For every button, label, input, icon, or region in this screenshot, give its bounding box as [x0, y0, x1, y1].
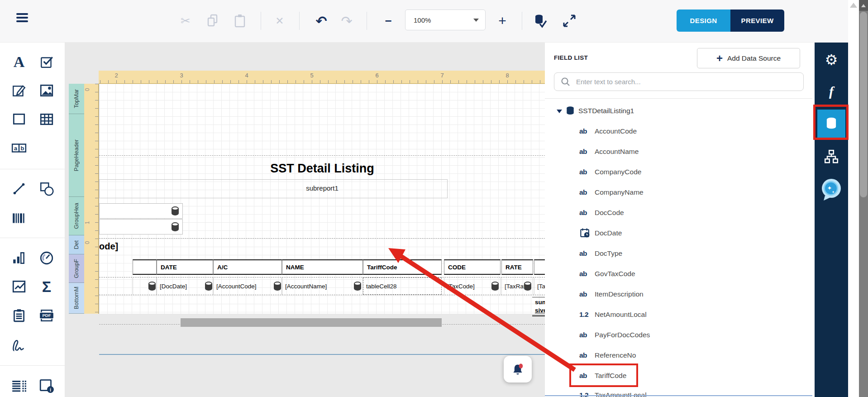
band-separator [99, 155, 545, 156]
field-item[interactable]: abReferenceNo [545, 349, 812, 362]
chevron-down-icon [473, 19, 479, 22]
top-toolbar: ✂ ✕ ↶ ↷ − 100% + DESIGN PREVIEW [0, 0, 868, 43]
field-search-box [554, 72, 804, 91]
data-binding-icon [274, 282, 281, 291]
fullscreen-icon[interactable] [559, 11, 579, 31]
toolbar-separator [522, 12, 522, 30]
field-item[interactable]: abItemDescription [545, 287, 812, 301]
zoom-in-icon[interactable]: + [492, 11, 512, 31]
band-detail[interactable]: Det [69, 235, 84, 254]
field-item[interactable]: abDocType [545, 247, 812, 260]
table-of-contents-control-icon[interactable] [10, 376, 29, 395]
signature-control-icon[interactable] [10, 336, 29, 355]
richtext-control-icon[interactable] [10, 81, 29, 100]
design-surface: 2 3 4 5 6 7 8 TopMar PageHeader GroupHea… [65, 43, 545, 397]
detail-cell-accountcode[interactable]: [AccountCode] [213, 277, 282, 295]
search-input[interactable] [576, 73, 798, 90]
group-header-field-label[interactable]: ode] [99, 241, 118, 252]
chart-control-icon[interactable] [10, 277, 29, 296]
pdf-content-control-icon[interactable]: PDF [37, 306, 56, 325]
field-item-tariffcode[interactable]: abTariffCode [545, 369, 812, 383]
mode-switch: DESIGN PREVIEW [677, 10, 784, 32]
field-item[interactable]: abAccountName [545, 145, 812, 158]
table-header-cell-taxable[interactable]: TAXABLE [534, 259, 545, 275]
delete-icon[interactable]: ✕ [270, 11, 290, 31]
page-info-control-icon[interactable]: i [37, 376, 56, 395]
barcode-control-icon[interactable] [10, 209, 29, 228]
field-item[interactable]: abCompanyCode [545, 165, 812, 179]
field-list-tab-active[interactable] [817, 110, 845, 138]
shape-control-icon[interactable] [37, 179, 56, 198]
band-top-margin[interactable]: TopMar [69, 84, 84, 114]
data-binding-icon [524, 282, 531, 291]
zoom-level-select[interactable]: 100% [405, 10, 486, 30]
notifications-button[interactable] [504, 356, 532, 383]
subreport-label[interactable]: subreport1 [99, 184, 545, 192]
scrollbar-up-button[interactable] [859, 0, 868, 11]
horizontal-scrollbar-thumb[interactable] [181, 318, 442, 327]
field-item[interactable]: DocDate [545, 226, 812, 240]
add-data-source-button[interactable]: + Add Data Source [697, 48, 800, 68]
summary-control-icon[interactable]: Σ [37, 277, 56, 296]
datasource-node[interactable]: SSTDetailListing1 [545, 104, 812, 118]
zoom-out-icon[interactable]: − [378, 11, 398, 31]
report-structure-icon[interactable] [815, 144, 848, 169]
redo-icon[interactable]: ↷ [337, 11, 357, 31]
browser-scrollbar[interactable] [859, 0, 868, 397]
scroll-up-arrow-icon[interactable] [850, 3, 857, 8]
control-toolbox: A a b Σ PDF i [0, 43, 65, 397]
report-title-label[interactable]: SST Detail Listing [99, 162, 545, 176]
table-header-cell-rate[interactable]: RATE [501, 259, 533, 275]
field-item[interactable]: 1.2NetAmountLocal [545, 308, 812, 321]
toolbox-divider [0, 238, 65, 238]
gauge-control-icon[interactable] [37, 249, 56, 268]
detail-cell-tariffcode-selected[interactable]: tableCell28 [363, 277, 442, 295]
table-detail-row[interactable]: [DocDate] [AccountCode] [AccountName] ta… [99, 277, 545, 295]
table-header-cell-name[interactable]: NAME [282, 259, 363, 275]
table-header-cell-ac[interactable]: A/C [213, 259, 282, 275]
preview-tab-button[interactable]: PREVIEW [730, 10, 784, 32]
field-item[interactable]: abDocCode [545, 206, 812, 220]
detail-cell-taxexclusive[interactable]: [TaxExclusiveAm [534, 277, 545, 295]
table-header-cell-tariffcode[interactable]: TariffCode [363, 259, 442, 275]
table-control-icon[interactable] [37, 110, 56, 129]
field-item[interactable]: abPayForDocCodes [545, 328, 812, 342]
bell-icon [510, 362, 525, 377]
paste-icon[interactable] [230, 11, 250, 31]
header-table-row1[interactable] [99, 203, 183, 219]
band-group-footer[interactable]: GroupF [69, 254, 84, 283]
line-control-icon[interactable] [10, 179, 29, 198]
datasource-icon [565, 105, 576, 116]
design-tab-button[interactable]: DESIGN [677, 10, 730, 32]
field-item[interactable]: abCompanyName [545, 186, 812, 199]
table-header-cell-empty[interactable] [133, 259, 157, 275]
collapse-triangle-icon[interactable] [557, 110, 562, 113]
ai-assistant-chat-icon[interactable]: ✦ ✦ [815, 175, 848, 204]
table-header-cell-date[interactable]: DATE [157, 259, 213, 275]
cut-icon[interactable]: ✂ [176, 11, 196, 31]
panel-control-icon[interactable] [10, 110, 29, 129]
picture-control-icon[interactable] [37, 81, 56, 100]
checkbox-control-icon[interactable] [37, 53, 56, 72]
validate-report-icon[interactable] [530, 11, 550, 31]
menu-hamburger-icon[interactable] [16, 13, 28, 22]
undo-icon[interactable]: ↶ [311, 11, 331, 31]
detail-cell-accountname[interactable]: [AccountName] [282, 277, 363, 295]
header-table-row2[interactable] [99, 219, 183, 234]
sparkline-control-icon[interactable] [10, 249, 29, 268]
group-footer-summary-cell[interactable]: sumSum([Tax siveAmountL [532, 297, 545, 316]
field-item[interactable]: abGovTaxCode [545, 267, 812, 281]
expressions-fx-icon[interactable]: f [815, 79, 848, 104]
band-page-header[interactable]: PageHeader [69, 114, 84, 197]
settings-gear-icon[interactable]: ⚙ [815, 47, 848, 72]
copy-icon[interactable] [203, 11, 223, 31]
report-page[interactable]: SST Detail Listing subreport1 ode] DATE … [99, 84, 545, 314]
band-group-header[interactable]: GroupHea [69, 197, 84, 235]
field-item[interactable]: abAccountCode [545, 124, 812, 138]
table-header-cell-code[interactable]: CODE [444, 259, 501, 275]
subreport-control-icon[interactable] [10, 306, 29, 325]
band-bottom-margin[interactable]: BottomM [69, 283, 84, 314]
label-control-icon[interactable]: A [10, 53, 29, 72]
character-comb-control-icon[interactable]: a b [10, 139, 29, 158]
scrollbar-thumb[interactable] [860, 12, 867, 197]
